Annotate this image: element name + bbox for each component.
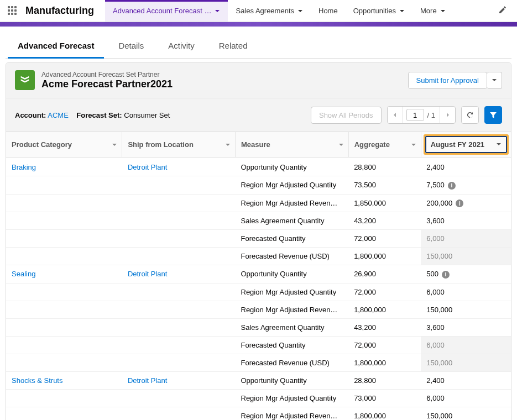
subtab[interactable]: Details [106,33,156,58]
ship-location-link[interactable]: Detroit Plant [128,270,168,278]
col-product-category[interactable]: Product Category [6,132,122,158]
period-cell: 200,000i [421,194,511,212]
aggregate-cell: 28,800 [348,371,421,389]
period-cell: 150,000 [421,354,511,371]
ship-location-link[interactable]: Detroit Plant [128,376,168,385]
period-cell: 150,000 [421,248,511,265]
period-cell: 2,400 [421,371,511,389]
measure-cell: Region Mgr Adjusted Quantity [236,283,349,301]
measure-cell: Forecasted Quantity [236,336,349,354]
col-aggregate[interactable]: Aggregate [348,132,421,158]
table-row: Region Mgr Adjusted Reven…1,800,000150,0… [6,301,511,318]
more-actions-button[interactable] [487,72,502,89]
forecast-set-value: Consumer Set [124,111,170,119]
aggregate-cell: 28,800 [348,158,421,176]
filter-bar: Account: ACME Forecast Set: Consumer Set… [6,98,511,132]
measure-cell: Opportunity Quantity [236,371,349,389]
aggregate-cell: 73,000 [348,389,421,407]
app-launcher-icon[interactable] [8,6,18,16]
nav-tab[interactable]: Sales Agreements [228,0,311,22]
account-filter: Account: ACME Forecast Set: Consumer Set [15,111,170,119]
chevron-down-icon [225,142,231,148]
col-period[interactable]: August FY 2021 [421,132,511,158]
chevron-down-icon [399,8,405,14]
global-nav: Manufacturing Advanced Account Forecast … [0,0,517,22]
table-row: Forecasted Quantity72,0006,000 [6,230,511,248]
brand-bar [0,22,517,27]
subtab[interactable]: Related [207,33,260,58]
forecast-table: Product Category Ship from Location Meas… [6,132,511,420]
category-link[interactable]: Sealing [12,270,35,278]
table-row: Region Mgr Adjusted Reven…1,850,000200,0… [6,194,511,212]
period-cell: 500i [421,265,511,284]
measure-cell: Region Mgr Adjusted Reven… [236,407,349,420]
period-cell: 3,600 [421,212,511,230]
edit-nav-icon[interactable] [498,6,507,16]
period-cell: 3,600 [421,318,511,336]
pager-next-button[interactable] [440,107,455,123]
pager: / 1 [387,106,456,124]
category-link[interactable]: Shocks & Struts [12,376,62,385]
forecast-icon [15,70,35,90]
measure-cell: Forecasted Revenue (USD) [236,248,349,265]
nav-tab[interactable]: Opportunities [346,0,412,22]
measure-cell: Region Mgr Adjusted Reven… [236,301,349,318]
period-cell: 6,000 [421,283,511,301]
filter-button[interactable] [484,106,502,124]
pager-input[interactable] [406,109,424,121]
period-cell: 150,000 [421,407,511,420]
table-row: Region Mgr Adjusted Reven…1,800,000150,0… [6,407,511,420]
info-icon[interactable]: i [456,200,463,207]
chevron-down-icon [492,76,497,85]
refresh-button[interactable] [461,106,479,124]
aggregate-cell: 73,500 [348,176,421,195]
chevron-down-icon [215,8,220,14]
chevron-down-icon [411,142,416,148]
record-title: Acme Forecast Partner2021 [41,78,408,90]
aggregate-cell: 1,800,000 [348,248,421,265]
subtab[interactable]: Advanced Forecast [6,33,106,58]
ship-location-link[interactable]: Detroit Plant [128,163,168,171]
chevron-down-icon [297,8,303,14]
period-cell: 6,000 [421,336,511,354]
nav-tab[interactable]: Advanced Account Forecast … [105,0,228,22]
measure-cell: Opportunity Quantity [236,158,349,176]
measure-cell: Region Mgr Adjusted Quantity [236,176,349,195]
object-type-label: Advanced Account Forecast Set Partner [41,71,408,78]
chevron-down-icon [496,140,502,149]
category-link[interactable]: Braking [12,163,36,171]
aggregate-cell: 72,000 [348,230,421,248]
chevron-down-icon [112,142,117,148]
forecast-card: Advanced Account Forecast Set Partner Ac… [6,62,511,420]
nav-tab[interactable]: More [412,0,453,22]
aggregate-cell: 72,000 [348,283,421,301]
aggregate-cell: 72,000 [348,336,421,354]
col-ship-location[interactable]: Ship from Location [122,132,236,158]
info-icon[interactable]: i [448,182,456,190]
account-link[interactable]: ACME [48,111,69,119]
col-measure[interactable]: Measure [236,132,349,158]
measure-cell: Region Mgr Adjusted Quantity [236,389,349,407]
nav-tab[interactable]: Home [311,0,346,22]
period-cell: 150,000 [421,301,511,318]
info-icon[interactable]: i [442,271,450,279]
table-row: SealingDetroit PlantOpportunity Quantity… [6,265,511,284]
table-row: Forecasted Revenue (USD)1,800,000150,000 [6,248,511,265]
aggregate-cell: 1,850,000 [348,194,421,212]
table-row: Forecasted Quantity72,0006,000 [6,336,511,354]
table-row: Shocks & StrutsDetroit PlantOpportunity … [6,371,511,389]
pager-prev-button[interactable] [388,107,403,123]
table-row: Forecasted Revenue (USD)1,800,000150,000 [6,354,511,371]
measure-cell: Forecasted Revenue (USD) [236,354,349,371]
table-row: Sales Agreement Quantity43,2003,600 [6,318,511,336]
submit-approval-button[interactable]: Submit for Approval [408,72,487,89]
chevron-down-icon [440,8,446,14]
table-row: BrakingDetroit PlantOpportunity Quantity… [6,158,511,176]
chevron-down-icon [338,142,344,148]
measure-cell: Opportunity Quantity [236,265,349,284]
card-header: Advanced Account Forecast Set Partner Ac… [6,62,511,98]
subtab[interactable]: Activity [156,33,207,58]
period-cell: 6,000 [421,230,511,248]
table-row: Region Mgr Adjusted Quantity73,0006,000 [6,389,511,407]
show-all-periods-button[interactable]: Show All Periods [311,107,382,124]
